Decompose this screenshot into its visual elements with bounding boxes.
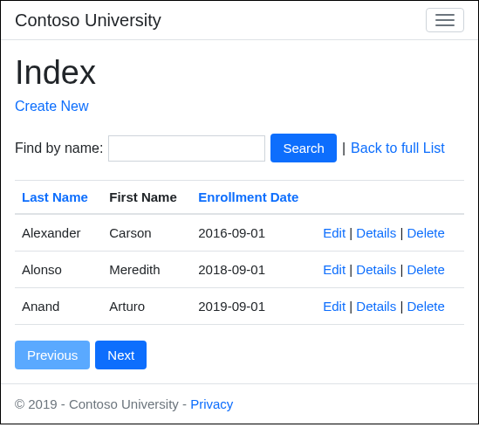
- hamburger-icon: [435, 14, 455, 16]
- cell-last-name: Alexander: [15, 214, 102, 252]
- cell-enrollment-date: 2018-09-01: [191, 252, 316, 288]
- details-link[interactable]: Details: [356, 299, 396, 314]
- details-link[interactable]: Details: [356, 225, 396, 240]
- navbar: Contoso University: [1, 1, 478, 40]
- edit-link[interactable]: Edit: [323, 299, 346, 314]
- brand-link[interactable]: Contoso University: [15, 10, 161, 31]
- students-table: Last Name First Name Enrollment Date Ale…: [15, 180, 464, 325]
- cell-first-name: Arturo: [102, 288, 191, 325]
- cell-enrollment-date: 2019-09-01: [191, 288, 316, 325]
- col-last-name-sort[interactable]: Last Name: [22, 190, 88, 204]
- nav-toggle-button[interactable]: [426, 8, 464, 32]
- previous-button[interactable]: Previous: [15, 341, 90, 369]
- delete-link[interactable]: Delete: [407, 299, 444, 314]
- delete-link[interactable]: Delete: [407, 262, 444, 277]
- search-row: Find by name: Search | Back to full List: [15, 134, 464, 162]
- privacy-link[interactable]: Privacy: [190, 396, 233, 411]
- search-button[interactable]: Search: [270, 134, 337, 162]
- separator: |: [342, 141, 346, 156]
- edit-link[interactable]: Edit: [323, 262, 346, 277]
- next-button[interactable]: Next: [95, 341, 147, 369]
- footer: © 2019 - Contoso University - Privacy: [1, 383, 478, 424]
- table-row: Alexander Carson 2016-09-01 Edit | Detai…: [15, 214, 464, 252]
- search-input[interactable]: [108, 135, 265, 162]
- table-row: Anand Arturo 2019-09-01 Edit | Details |…: [15, 288, 464, 325]
- main-content: Index Create New Find by name: Search | …: [1, 40, 478, 383]
- cell-first-name: Carson: [102, 214, 191, 252]
- cell-last-name: Alonso: [15, 252, 102, 288]
- page-title: Index: [15, 54, 464, 92]
- cell-first-name: Meredith: [102, 252, 191, 288]
- delete-link[interactable]: Delete: [407, 225, 444, 240]
- details-link[interactable]: Details: [356, 262, 396, 277]
- cell-enrollment-date: 2016-09-01: [191, 214, 316, 252]
- create-new-link[interactable]: Create New: [15, 99, 88, 114]
- footer-text: © 2019 - Contoso University -: [15, 396, 190, 411]
- edit-link[interactable]: Edit: [323, 225, 346, 240]
- search-label: Find by name:: [15, 141, 103, 156]
- col-enrollment-date-sort[interactable]: Enrollment Date: [198, 190, 298, 204]
- col-first-name: First Name: [102, 181, 191, 215]
- back-to-list-link[interactable]: Back to full List: [351, 141, 445, 156]
- col-actions: [316, 181, 464, 215]
- pagination: Previous Next: [15, 341, 464, 369]
- cell-last-name: Anand: [15, 288, 102, 325]
- table-row: Alonso Meredith 2018-09-01 Edit | Detail…: [15, 252, 464, 288]
